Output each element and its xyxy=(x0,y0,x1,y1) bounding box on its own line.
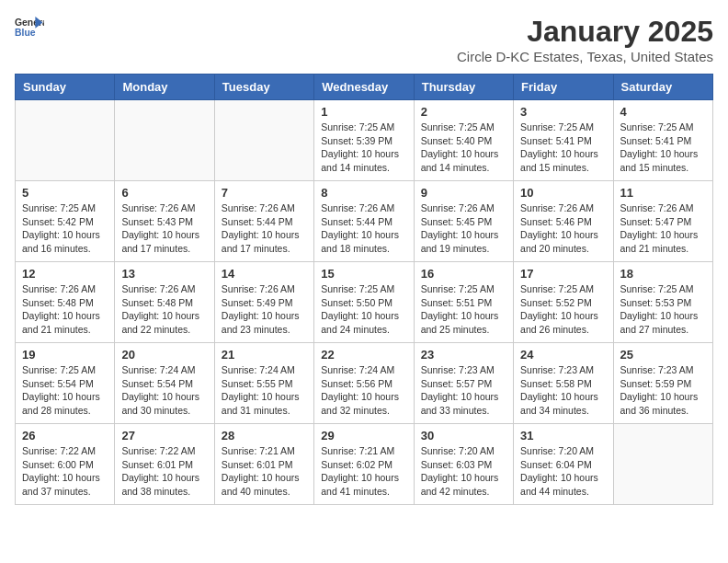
column-header-saturday: Saturday xyxy=(613,75,712,100)
title-block: January 2025 Circle D-KC Estates, Texas,… xyxy=(457,15,713,64)
cell-daylight-info: Sunrise: 7:25 AM Sunset: 5:54 PM Dayligh… xyxy=(22,363,108,418)
calendar-cell: 14Sunrise: 7:26 AM Sunset: 5:49 PM Dayli… xyxy=(214,262,313,343)
date-number: 18 xyxy=(620,267,706,281)
calendar-cell: 30Sunrise: 7:20 AM Sunset: 6:03 PM Dayli… xyxy=(414,424,513,505)
cell-daylight-info: Sunrise: 7:25 AM Sunset: 5:50 PM Dayligh… xyxy=(321,282,406,337)
date-number: 15 xyxy=(321,267,406,281)
cell-daylight-info: Sunrise: 7:21 AM Sunset: 6:01 PM Dayligh… xyxy=(222,444,307,499)
week-row-2: 5Sunrise: 7:25 AM Sunset: 5:42 PM Daylig… xyxy=(16,181,713,262)
cell-daylight-info: Sunrise: 7:22 AM Sunset: 6:00 PM Dayligh… xyxy=(22,444,108,499)
logo-icon: General Blue xyxy=(15,15,44,40)
cell-daylight-info: Sunrise: 7:20 AM Sunset: 6:04 PM Dayligh… xyxy=(520,444,606,499)
month-title: January 2025 xyxy=(457,15,713,49)
cell-daylight-info: Sunrise: 7:25 AM Sunset: 5:40 PM Dayligh… xyxy=(421,121,506,175)
column-header-wednesday: Wednesday xyxy=(314,75,414,100)
date-number: 8 xyxy=(321,186,406,200)
week-row-1: 1Sunrise: 7:25 AM Sunset: 5:39 PM Daylig… xyxy=(16,100,713,181)
date-number: 12 xyxy=(22,267,108,281)
date-number: 23 xyxy=(421,348,506,362)
cell-daylight-info: Sunrise: 7:26 AM Sunset: 5:45 PM Dayligh… xyxy=(421,201,506,256)
calendar-cell: 7Sunrise: 7:26 AM Sunset: 5:44 PM Daylig… xyxy=(214,181,313,262)
cell-daylight-info: Sunrise: 7:25 AM Sunset: 5:51 PM Dayligh… xyxy=(421,282,506,337)
date-number: 19 xyxy=(22,348,108,362)
calendar-cell xyxy=(16,100,115,181)
cell-daylight-info: Sunrise: 7:25 AM Sunset: 5:53 PM Dayligh… xyxy=(620,282,706,337)
calendar-cell: 28Sunrise: 7:21 AM Sunset: 6:01 PM Dayli… xyxy=(214,424,313,505)
cell-daylight-info: Sunrise: 7:21 AM Sunset: 6:02 PM Dayligh… xyxy=(321,444,406,499)
date-number: 3 xyxy=(520,105,606,119)
date-number: 11 xyxy=(620,186,706,200)
cell-daylight-info: Sunrise: 7:22 AM Sunset: 6:01 PM Dayligh… xyxy=(121,444,207,499)
cell-daylight-info: Sunrise: 7:25 AM Sunset: 5:39 PM Dayligh… xyxy=(321,121,406,175)
date-number: 1 xyxy=(321,105,406,119)
cell-daylight-info: Sunrise: 7:26 AM Sunset: 5:43 PM Dayligh… xyxy=(121,201,207,256)
calendar-cell: 18Sunrise: 7:25 AM Sunset: 5:53 PM Dayli… xyxy=(613,262,712,343)
date-number: 25 xyxy=(620,348,706,362)
column-header-sunday: Sunday xyxy=(16,75,115,100)
cell-daylight-info: Sunrise: 7:23 AM Sunset: 5:58 PM Dayligh… xyxy=(520,363,606,418)
column-header-thursday: Thursday xyxy=(414,75,513,100)
calendar-cell: 1Sunrise: 7:25 AM Sunset: 5:39 PM Daylig… xyxy=(314,100,414,181)
calendar-cell: 29Sunrise: 7:21 AM Sunset: 6:02 PM Dayli… xyxy=(314,424,414,505)
cell-daylight-info: Sunrise: 7:25 AM Sunset: 5:42 PM Dayligh… xyxy=(22,201,108,256)
date-number: 30 xyxy=(421,429,506,442)
calendar-header-row: SundayMondayTuesdayWednesdayThursdayFrid… xyxy=(16,75,713,100)
calendar-cell: 5Sunrise: 7:25 AM Sunset: 5:42 PM Daylig… xyxy=(16,181,115,262)
calendar-cell: 3Sunrise: 7:25 AM Sunset: 5:41 PM Daylig… xyxy=(514,100,613,181)
calendar-cell: 31Sunrise: 7:20 AM Sunset: 6:04 PM Dayli… xyxy=(514,424,613,505)
calendar-cell: 24Sunrise: 7:23 AM Sunset: 5:58 PM Dayli… xyxy=(514,343,613,424)
date-number: 17 xyxy=(520,267,606,281)
calendar-cell: 27Sunrise: 7:22 AM Sunset: 6:01 PM Dayli… xyxy=(115,424,214,505)
calendar-cell: 6Sunrise: 7:26 AM Sunset: 5:43 PM Daylig… xyxy=(115,181,214,262)
column-header-friday: Friday xyxy=(514,75,613,100)
calendar-cell: 13Sunrise: 7:26 AM Sunset: 5:48 PM Dayli… xyxy=(115,262,214,343)
cell-daylight-info: Sunrise: 7:26 AM Sunset: 5:47 PM Dayligh… xyxy=(620,201,706,256)
cell-daylight-info: Sunrise: 7:25 AM Sunset: 5:41 PM Dayligh… xyxy=(620,121,706,175)
date-number: 31 xyxy=(520,429,606,442)
cell-daylight-info: Sunrise: 7:26 AM Sunset: 5:48 PM Dayligh… xyxy=(121,282,207,337)
location-title: Circle D-KC Estates, Texas, United State… xyxy=(457,49,713,64)
date-number: 27 xyxy=(121,429,207,442)
cell-daylight-info: Sunrise: 7:24 AM Sunset: 5:55 PM Dayligh… xyxy=(222,363,307,418)
calendar-cell: 21Sunrise: 7:24 AM Sunset: 5:55 PM Dayli… xyxy=(214,343,313,424)
cell-daylight-info: Sunrise: 7:24 AM Sunset: 5:54 PM Dayligh… xyxy=(121,363,207,418)
calendar-cell xyxy=(214,100,313,181)
cell-daylight-info: Sunrise: 7:26 AM Sunset: 5:44 PM Dayligh… xyxy=(222,201,307,256)
calendar-table: SundayMondayTuesdayWednesdayThursdayFrid… xyxy=(15,74,713,505)
date-number: 13 xyxy=(121,267,207,281)
calendar-cell: 15Sunrise: 7:25 AM Sunset: 5:50 PM Dayli… xyxy=(314,262,414,343)
calendar-cell: 19Sunrise: 7:25 AM Sunset: 5:54 PM Dayli… xyxy=(16,343,115,424)
calendar-cell: 4Sunrise: 7:25 AM Sunset: 5:41 PM Daylig… xyxy=(613,100,712,181)
calendar-cell: 2Sunrise: 7:25 AM Sunset: 5:40 PM Daylig… xyxy=(414,100,513,181)
cell-daylight-info: Sunrise: 7:26 AM Sunset: 5:46 PM Dayligh… xyxy=(520,201,606,256)
calendar-cell: 26Sunrise: 7:22 AM Sunset: 6:00 PM Dayli… xyxy=(16,424,115,505)
week-row-5: 26Sunrise: 7:22 AM Sunset: 6:00 PM Dayli… xyxy=(16,424,713,505)
date-number: 20 xyxy=(121,348,207,362)
date-number: 10 xyxy=(520,186,606,200)
date-number: 9 xyxy=(421,186,506,200)
date-number: 14 xyxy=(222,267,307,281)
calendar-cell: 22Sunrise: 7:24 AM Sunset: 5:56 PM Dayli… xyxy=(314,343,414,424)
date-number: 29 xyxy=(321,429,406,442)
cell-daylight-info: Sunrise: 7:25 AM Sunset: 5:52 PM Dayligh… xyxy=(520,282,606,337)
date-number: 2 xyxy=(421,105,506,119)
calendar-cell: 11Sunrise: 7:26 AM Sunset: 5:47 PM Dayli… xyxy=(613,181,712,262)
date-number: 22 xyxy=(321,348,406,362)
calendar-cell: 25Sunrise: 7:23 AM Sunset: 5:59 PM Dayli… xyxy=(613,343,712,424)
logo: General Blue xyxy=(15,15,44,40)
date-number: 6 xyxy=(121,186,207,200)
calendar-cell xyxy=(613,424,712,505)
date-number: 24 xyxy=(520,348,606,362)
date-number: 28 xyxy=(222,429,307,442)
cell-daylight-info: Sunrise: 7:23 AM Sunset: 5:57 PM Dayligh… xyxy=(421,363,506,418)
week-row-3: 12Sunrise: 7:26 AM Sunset: 5:48 PM Dayli… xyxy=(16,262,713,343)
cell-daylight-info: Sunrise: 7:26 AM Sunset: 5:49 PM Dayligh… xyxy=(222,282,307,337)
cell-daylight-info: Sunrise: 7:25 AM Sunset: 5:41 PM Dayligh… xyxy=(520,121,606,175)
calendar-cell: 9Sunrise: 7:26 AM Sunset: 5:45 PM Daylig… xyxy=(414,181,513,262)
date-number: 7 xyxy=(222,186,307,200)
date-number: 16 xyxy=(421,267,506,281)
calendar-cell: 20Sunrise: 7:24 AM Sunset: 5:54 PM Dayli… xyxy=(115,343,214,424)
cell-daylight-info: Sunrise: 7:26 AM Sunset: 5:48 PM Dayligh… xyxy=(22,282,108,337)
svg-text:Blue: Blue xyxy=(15,28,36,38)
week-row-4: 19Sunrise: 7:25 AM Sunset: 5:54 PM Dayli… xyxy=(16,343,713,424)
